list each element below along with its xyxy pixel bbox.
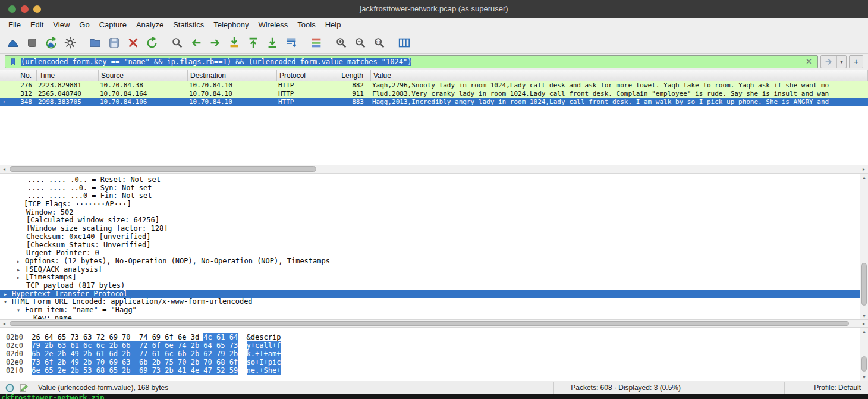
resize-columns-button[interactable] (396, 34, 413, 51)
detail-line[interactable]: Window: 502 (0, 209, 860, 217)
stop-capture-button[interactable] (24, 34, 40, 51)
menu-go[interactable]: Go (74, 18, 94, 31)
detail-line[interactable]: ▾HTML Form URL Encoded: application/x-ww… (0, 298, 860, 306)
packet-row-312[interactable]: 3122565.04874010.70.84.16410.70.84.10HTT… (0, 90, 868, 98)
detail-line[interactable]: Checksum: 0xc140 [unverified] (0, 233, 860, 241)
cell-protocol: HTTP (277, 98, 316, 106)
detail-line[interactable]: Urgent Pointer: 0 (0, 249, 860, 257)
scrollbar-thumb[interactable] (861, 263, 867, 306)
menu-capture[interactable]: Capture (95, 18, 131, 31)
filter-dropdown-caret-icon[interactable]: ▾ (836, 56, 846, 68)
find-packet-button[interactable] (169, 34, 185, 51)
scroll-up-icon[interactable]: ▴ (860, 174, 868, 181)
hex-row-02f0[interactable]: 02f0 6e 65 2e 2b 53 68 65 2b 69 73 2b 41… (6, 366, 860, 375)
detail-line[interactable]: ▸[SEQ/ACK analysis] (0, 266, 860, 274)
detail-line[interactable]: ▸Options: (12 bytes), No-Operation (NOP)… (0, 257, 860, 266)
scroll-right-icon[interactable]: ▸ (860, 165, 868, 173)
scroll-up-icon[interactable]: ▴ (860, 328, 868, 335)
hex-row-02c0[interactable]: 02c0 79 2b 63 61 6c 6c 2b 66 72 6f 6e 74… (6, 341, 860, 350)
hex-row-02b0[interactable]: 02b0 26 64 65 73 63 72 69 70 74 69 6f 6e… (6, 333, 860, 341)
auto-scroll-button[interactable] (283, 34, 300, 51)
scrollbar-thumb[interactable] (10, 321, 849, 326)
capture-options-button[interactable] (62, 34, 78, 51)
menu-wireless[interactable]: Wireless (253, 18, 293, 31)
detail-line[interactable]: [Calculated window size: 64256] (0, 216, 860, 225)
go-to-packet-button[interactable] (226, 34, 243, 51)
menu-view[interactable]: View (48, 18, 74, 31)
go-back-button[interactable] (188, 34, 205, 51)
bytes-vscrollbar[interactable]: ▴ ▾ (860, 328, 868, 381)
column-header-destination[interactable]: Destination (188, 70, 277, 81)
hex-row-02d0[interactable]: 02d0 6b 2e 2b 49 2b 61 6d 2b 77 61 6c 6b… (6, 350, 860, 358)
scroll-right-icon[interactable]: ▸ (860, 320, 868, 327)
go-forward-button[interactable] (207, 34, 224, 51)
menu-edit[interactable]: Edit (26, 18, 48, 31)
scrollbar-thumb[interactable] (10, 166, 316, 172)
hex-row-02e0[interactable]: 02e0 73 6f 2b 49 2b 70 69 63 6b 2b 75 70… (6, 358, 860, 366)
detail-line[interactable]: [TCP Flags: ·······AP···] (0, 200, 860, 209)
menu-analyze[interactable]: Analyze (131, 18, 168, 31)
column-header-protocol[interactable]: Protocol (277, 70, 316, 81)
go-first-button[interactable] (245, 34, 262, 51)
reload-file-button[interactable] (144, 34, 161, 51)
scroll-down-icon[interactable]: ▾ (860, 373, 868, 381)
detail-line[interactable]: .... .... ..0. = Syn: Not set (0, 184, 860, 193)
detail-line[interactable]: .... .... .0.. = Reset: Not set (0, 176, 860, 184)
start-capture-icon (7, 36, 20, 49)
menu-help[interactable]: Help (320, 18, 346, 31)
menu-file[interactable]: File (4, 18, 26, 31)
menu-tools[interactable]: Tools (293, 18, 320, 31)
scrollbar-thumb[interactable] (861, 356, 867, 372)
column-header-length[interactable]: Length (316, 70, 371, 81)
detail-line[interactable]: ▾Form item: "name" = "Hagg" (0, 306, 860, 315)
colorize-button[interactable] (308, 34, 325, 51)
ascii-text-selected: y+call+f (247, 341, 281, 350)
filter-clear-icon[interactable]: ✕ (803, 57, 815, 66)
zoom-out-button[interactable] (352, 34, 369, 51)
close-file-button[interactable] (125, 34, 141, 51)
expanded-expander-icon[interactable]: ▾ (17, 306, 25, 315)
go-last-button[interactable] (264, 34, 281, 51)
column-header-source[interactable]: Source (99, 70, 188, 81)
menu-statistics[interactable]: Statistics (168, 18, 209, 31)
details-vscrollbar[interactable]: ▴ ▾ (860, 174, 868, 319)
collapsed-expander-icon[interactable]: ▸ (17, 274, 25, 282)
scroll-left-icon[interactable]: ◂ (0, 165, 8, 173)
zoom-original-button[interactable]: 1:1 (371, 34, 388, 51)
hex-offset: 02c0 (6, 341, 23, 350)
details-hscrollbar[interactable]: ◂ ▸ (0, 319, 868, 328)
detail-line[interactable]: TCP payload (817 bytes) (0, 282, 860, 290)
detail-line[interactable]: [Window size scaling factor: 128] (0, 225, 860, 233)
expert-info-icon[interactable] (5, 383, 15, 393)
scroll-left-icon[interactable]: ◂ (0, 320, 8, 327)
filter-apply-icon[interactable] (821, 56, 836, 68)
detail-line[interactable]: Key: name (0, 315, 860, 319)
start-capture-button[interactable] (5, 34, 21, 51)
column-header-no[interactable]: No. (0, 70, 37, 81)
detail-line[interactable]: .... .... ...0 = Fin: Not set (0, 192, 860, 200)
capture-comment-icon[interactable] (19, 383, 29, 393)
detail-line[interactable]: [Checksum Status: Unverified] (0, 241, 860, 250)
zoom-in-button[interactable] (333, 34, 350, 51)
collapsed-expander-icon[interactable]: ▸ (17, 266, 25, 274)
collapsed-expander-icon[interactable]: ▸ (17, 257, 25, 266)
save-file-button[interactable] (106, 34, 122, 51)
collapsed-expander-icon[interactable]: ▸ (4, 290, 12, 299)
packet-row-348[interactable]: 3482998.38370510.70.84.10610.70.84.10HTT… (0, 98, 868, 106)
scroll-down-icon[interactable]: ▾ (860, 312, 868, 319)
packet-list-hscrollbar[interactable]: ◂ ▸ (0, 165, 868, 174)
filter-add-button[interactable]: + (849, 55, 863, 68)
open-file-button[interactable] (87, 34, 103, 51)
filter-expression-text: (urlencoded-form.key == "name" && ip.fla… (21, 58, 803, 66)
column-header-time[interactable]: Time (37, 70, 99, 81)
status-profile[interactable]: Profile: Default (814, 384, 861, 392)
expanded-expander-icon[interactable]: ▾ (4, 298, 12, 306)
filter-bookmark-icon[interactable] (8, 56, 18, 67)
detail-line[interactable]: ▸[Timestamps] (0, 274, 860, 282)
display-filter-input[interactable]: (urlencoded-form.key == "name" && ip.fla… (5, 55, 818, 68)
restart-capture-button[interactable] (43, 34, 59, 51)
detail-line[interactable]: ▸Hypertext Transfer Protocol (0, 290, 860, 299)
column-header-value[interactable]: Value (371, 70, 868, 81)
menu-telephony[interactable]: Telephony (209, 18, 253, 31)
packet-row-276[interactable]: 2762223.82980110.70.84.3810.70.84.10HTTP… (0, 81, 868, 90)
